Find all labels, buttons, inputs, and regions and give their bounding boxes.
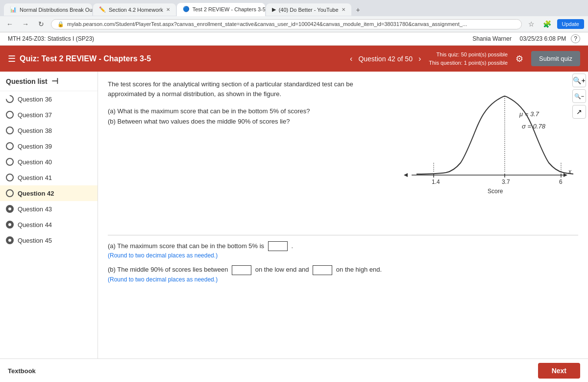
sidebar-item-q36[interactable]: Question 36 — [0, 91, 98, 107]
q37-circle — [6, 111, 14, 119]
quiz-title: Quiz: Test 2 REVIEW - Chapters 3-5 — [20, 54, 151, 63]
user-datetime: Shania Warner 03/25/23 6:08 PM ? — [472, 35, 580, 42]
graph-container: 1.4 3.7 6 μ = 3.7 σ = 0.78 — [392, 79, 578, 202]
sidebar-item-q42[interactable]: Question 42 — [0, 185, 98, 201]
tab-icon-2: ✏️ — [99, 6, 106, 13]
quiz-points: This quiz: 50 point(s) possible — [429, 51, 508, 59]
q44-circle — [6, 221, 14, 229]
quiz-header: ☰ Quiz: Test 2 REVIEW - Chapters 3-5 ‹ Q… — [0, 46, 588, 72]
sidebar: Question list ⊣ Question 36 Question 37 … — [0, 72, 98, 358]
course-title: MTH 245-Z03: Statistics I (SP23) — [8, 35, 94, 42]
sidebar-header: Question list ⊣ — [0, 72, 98, 91]
extensions-button[interactable]: 🧩 — [541, 18, 553, 30]
back-button[interactable]: ← — [4, 18, 16, 30]
question-intro-section: The test scores for the analytical writi… — [108, 79, 372, 127]
hamburger-icon[interactable]: ☰ — [8, 53, 16, 64]
sidebar-item-q39[interactable]: Question 39 — [0, 138, 98, 154]
q38-label: Question 38 — [18, 127, 52, 134]
tab-bar: 📊 Normal Distributions Break Out ✕ ✏️ Se… — [0, 0, 588, 16]
tab-homework[interactable]: ✏️ Section 4.2 Homework ✕ — [93, 3, 176, 16]
tab-label-1: Normal Distributions Break Out — [20, 7, 92, 13]
part-a-answer-input[interactable] — [268, 241, 288, 251]
part-b-answer-suffix: on the high end. — [336, 266, 382, 273]
textbook-button[interactable]: Textbook — [8, 367, 36, 375]
svg-text:σ = 0.78: σ = 0.78 — [522, 123, 546, 130]
q39-circle — [6, 142, 14, 150]
tab-review[interactable]: 🔵 Test 2 REVIEW - Chapters 3-5 ✕ — [177, 3, 265, 16]
sidebar-collapse-button[interactable]: ⊣ — [51, 76, 58, 86]
submit-quiz-button[interactable]: Submit quiz — [531, 51, 580, 66]
sidebar-item-q43[interactable]: Question 43 — [0, 201, 98, 217]
question-indicator: Question 42 of 50 — [358, 55, 413, 63]
part-b-answer-prefix: (b) The middle 90% of scores lies betwee… — [108, 266, 228, 273]
q36-label: Question 36 — [18, 96, 52, 103]
part-b-high-input[interactable] — [313, 265, 332, 275]
part-b-answer-text: (b) The middle 90% of scores lies betwee… — [108, 265, 578, 275]
sidebar-item-q40[interactable]: Question 40 — [0, 154, 98, 170]
settings-button[interactable]: ⚙ — [515, 53, 523, 64]
q43-circle — [6, 205, 14, 213]
q42-circle — [6, 189, 14, 197]
next-question-button[interactable]: › — [418, 54, 421, 63]
tab-close-2[interactable]: ✕ — [166, 7, 170, 12]
next-button[interactable]: Next — [538, 363, 580, 379]
q43-label: Question 43 — [18, 205, 52, 213]
question-intro: The test scores for the analytical writi… — [108, 79, 372, 99]
url-bar[interactable]: 🔒 mylab.pearson.com/Student/PlayerTest.a… — [51, 19, 522, 29]
new-tab-button[interactable]: + — [352, 4, 364, 16]
bookmark-button[interactable]: ☆ — [526, 18, 538, 30]
part-b-question: (b) Between what two values does the mid… — [108, 117, 372, 127]
sidebar-item-q45[interactable]: Question 45 — [0, 232, 98, 248]
tab-label-4: (40) Do Better - YouTube — [279, 7, 339, 13]
datetime: 03/25/23 6:08 PM — [520, 35, 566, 42]
part-a-round-note: (Round to two decimal places as needed.) — [108, 252, 578, 259]
question-points: This question: 1 point(s) possible — [429, 59, 508, 67]
url-text: mylab.pearson.com/Student/PlayerTest.asp… — [67, 21, 467, 27]
q45-circle — [6, 236, 14, 244]
svg-text:μ = 3.7: μ = 3.7 — [519, 110, 539, 118]
reload-button[interactable]: ↻ — [35, 18, 47, 30]
browser-chrome: 📊 Normal Distributions Break Out ✕ ✏️ Se… — [0, 0, 588, 32]
q36-circle — [6, 95, 14, 103]
graph-svg-wrapper: 1.4 3.7 6 μ = 3.7 σ = 0.78 — [392, 79, 578, 202]
quiz-info: This quiz: 50 point(s) possible This que… — [429, 51, 508, 67]
part-a-label: (a) What is the maximum score that can b… — [108, 107, 310, 115]
q41-circle — [6, 174, 14, 181]
svg-text:3.7: 3.7 — [502, 178, 510, 185]
tab-label-3: Test 2 REVIEW - Chapters 3-5 — [193, 6, 265, 12]
help-icon[interactable]: ? — [571, 34, 580, 43]
tab-icon-3: 🔵 — [183, 6, 190, 12]
address-bar: ← → ↻ 🔒 mylab.pearson.com/Student/Player… — [0, 16, 588, 32]
svg-text:6: 6 — [559, 178, 563, 185]
sidebar-item-q41[interactable]: Question 41 — [0, 170, 98, 185]
tab-label-2: Section 4.2 Homework — [109, 7, 163, 13]
part-b-label: (b) Between what two values does the mid… — [108, 118, 290, 125]
main-layout: Question list ⊣ Question 36 Question 37 … — [0, 72, 588, 358]
part-b-low-input[interactable] — [232, 265, 251, 275]
forward-button[interactable]: → — [20, 18, 31, 30]
lock-icon: 🔒 — [57, 21, 64, 27]
sidebar-item-q37[interactable]: Question 37 — [0, 107, 98, 123]
tab-normal-dist[interactable]: 📊 Normal Distributions Break Out ✕ — [4, 3, 92, 16]
q42-label: Question 42 — [18, 190, 54, 197]
sidebar-item-q38[interactable]: Question 38 — [0, 123, 98, 138]
sidebar-title: Question list — [6, 77, 48, 85]
quiz-nav: ‹ Question 42 of 50 › — [350, 54, 421, 63]
quiz-header-left: ☰ Quiz: Test 2 REVIEW - Chapters 3-5 — [8, 53, 342, 64]
username: Shania Warner — [472, 35, 512, 42]
tab-youtube[interactable]: ▶ (40) Do Better - YouTube ✕ — [266, 3, 351, 16]
part-a-answer-prefix: (a) The maximum score that can be in the… — [108, 242, 264, 250]
svg-marker-2 — [404, 173, 408, 177]
q40-label: Question 40 — [18, 158, 52, 166]
part-b-answer-section: (b) The middle 90% of scores lies betwee… — [108, 265, 578, 283]
sidebar-item-q44[interactable]: Question 44 — [0, 217, 98, 232]
tab-icon-1: 📊 — [10, 6, 17, 13]
svg-text:1.4: 1.4 — [432, 178, 440, 185]
q38-circle — [6, 127, 14, 134]
app-header: MTH 245-Z03: Statistics I (SP23) Shania … — [0, 32, 588, 46]
content-divider — [108, 235, 578, 235]
update-button[interactable]: Update — [557, 19, 584, 29]
prev-question-button[interactable]: ‹ — [350, 54, 352, 63]
footer: Textbook Next — [0, 358, 588, 382]
tab-close-4[interactable]: ✕ — [342, 7, 345, 12]
